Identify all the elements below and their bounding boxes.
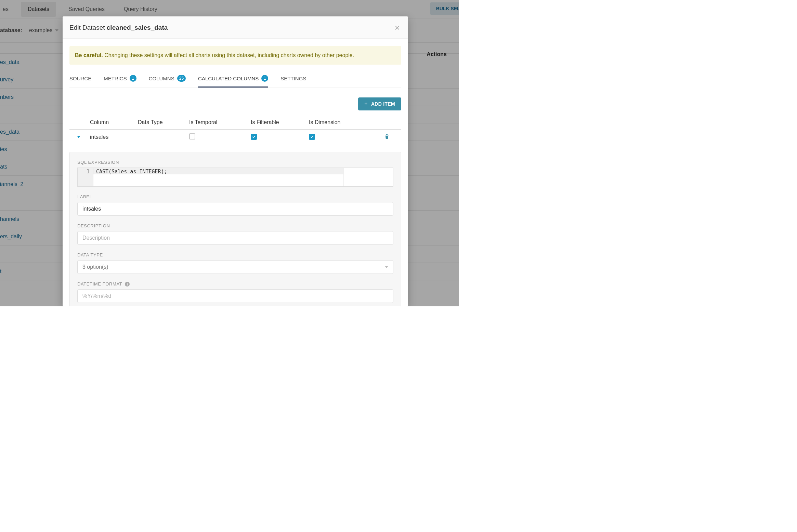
grid-row: intsales [69, 130, 401, 144]
warning-bold: Be careful. [75, 52, 103, 58]
col-datatype-header: Data Type [138, 119, 189, 125]
chevron-down-icon [385, 266, 388, 268]
modal-header: Edit Dataset cleaned_sales_data × [63, 16, 408, 39]
col-temporal-header: Is Temporal [189, 119, 251, 125]
warning-banner: Be careful. Changing these settings will… [69, 46, 401, 65]
row-column-name: intsales [90, 134, 138, 140]
label-input[interactable] [77, 202, 393, 216]
calc-columns-grid: Column Data Type Is Temporal Is Filterab… [69, 115, 401, 144]
tab-metrics-badge: 1 [130, 75, 136, 82]
datetime-field-label: DATETIME FORMAT i [77, 281, 393, 287]
modal-tabs: SOURCE METRICS 1 COLUMNS 25 CALCULATED C… [69, 71, 401, 88]
add-item-button[interactable]: ADD ITEM [358, 97, 401, 110]
description-input[interactable] [77, 231, 393, 245]
description-field-label: DESCRIPTION [77, 223, 393, 228]
modal-title: Edit Dataset cleaned_sales_data [69, 24, 168, 31]
col-column-header: Column [90, 119, 138, 125]
modal-body: Be careful. Changing these settings will… [63, 39, 408, 306]
close-icon[interactable]: × [395, 23, 400, 32]
tab-source[interactable]: SOURCE [69, 71, 91, 87]
edit-dataset-modal: Edit Dataset cleaned_sales_data × Be car… [63, 16, 408, 306]
checkbox-is-filterable[interactable] [251, 134, 257, 140]
add-item-label: ADD ITEM [371, 101, 395, 107]
grid-header-row: Column Data Type Is Temporal Is Filterab… [69, 115, 401, 130]
tab-metrics-label: METRICS [104, 76, 127, 81]
col-filterable-header: Is Filterable [251, 119, 309, 125]
warning-text: Changing these settings will affect all … [103, 52, 354, 58]
datatype-select-value: 3 option(s) [82, 264, 108, 270]
modal-title-prefix: Edit Dataset [69, 24, 107, 31]
tab-columns[interactable]: COLUMNS 25 [149, 71, 186, 88]
tab-calculated-columns-label: CALCULATED COLUMNS [198, 76, 259, 81]
sql-expression-label: SQL EXPRESSION [77, 160, 393, 165]
checkbox-is-dimension[interactable] [309, 134, 315, 140]
tab-settings[interactable]: SETTINGS [280, 71, 306, 87]
tab-metrics[interactable]: METRICS 1 [104, 71, 136, 88]
datatype-field-label: DATA TYPE [77, 252, 393, 257]
col-dimension-header: Is Dimension [309, 119, 360, 125]
tab-columns-label: COLUMNS [149, 76, 174, 81]
datatype-select[interactable]: 3 option(s) [77, 260, 393, 274]
row-detail-panel: SQL EXPRESSION 1 CAST(Sales as INTEGER);… [69, 152, 401, 306]
modal-title-name: cleaned_sales_data [107, 24, 168, 31]
delete-row-icon[interactable] [384, 134, 390, 140]
code-gutter: 1 [78, 168, 93, 186]
checkbox-is-temporal[interactable] [189, 133, 195, 139]
info-icon[interactable]: i [125, 282, 130, 287]
plus-icon [364, 101, 368, 107]
code-scroll-region [344, 168, 393, 186]
tab-calculated-columns[interactable]: CALCULATED COLUMNS 1 [198, 71, 268, 88]
datetime-label-text: DATETIME FORMAT [77, 281, 122, 287]
datetime-format-input[interactable] [77, 289, 393, 303]
label-field-label: LABEL [77, 194, 393, 199]
tab-settings-label: SETTINGS [280, 76, 306, 81]
tab-calculated-columns-badge: 1 [261, 75, 268, 82]
expand-row-icon[interactable] [77, 136, 80, 138]
sql-code-line: CAST(Sales as INTEGER); [96, 169, 341, 175]
tab-source-label: SOURCE [69, 76, 91, 81]
tab-columns-badge: 25 [177, 75, 186, 82]
sql-expression-editor[interactable]: 1 CAST(Sales as INTEGER); [77, 168, 393, 187]
